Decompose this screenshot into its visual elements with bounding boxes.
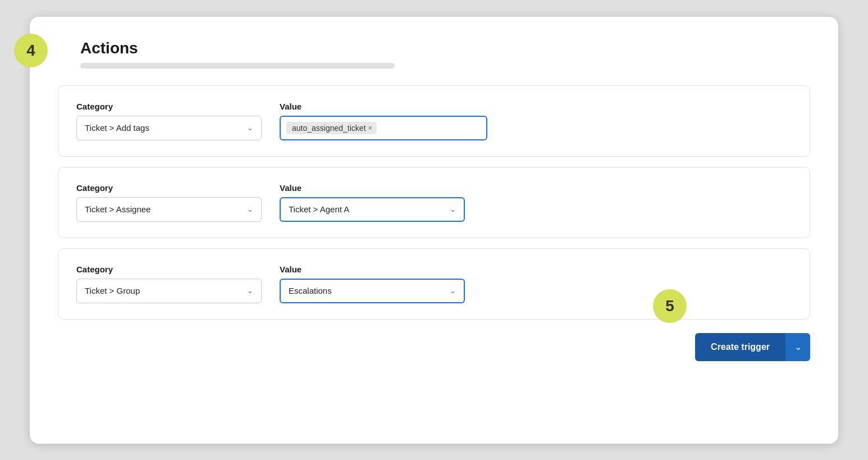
value-label-1: Value [280, 102, 487, 111]
category-label-3: Category [76, 265, 262, 274]
step-badge-5: 5 [653, 289, 687, 323]
category-dropdown-2[interactable]: Ticket > Assignee ⌄ [76, 197, 262, 222]
category-group-3: Category Ticket > Group ⌄ [76, 265, 262, 303]
bottom-row: 5 Create trigger ⌄ [58, 333, 810, 361]
tag-text: auto_assigned_ticket [292, 124, 366, 133]
value-label-2: Value [280, 183, 465, 193]
field-row-1: Category Ticket > Add tags ⌄ Value auto_… [76, 102, 792, 140]
value-dropdown-3-text: Escalations [289, 286, 445, 295]
value-group-1: Value auto_assigned_ticket × [280, 102, 487, 140]
action-section-2: Category Ticket > Assignee ⌄ Value Ticke… [58, 167, 810, 238]
category-dropdown-1-chevron: ⌄ [247, 124, 253, 132]
category-label-2: Category [76, 183, 262, 193]
value-dropdown-2[interactable]: Ticket > Agent A ⌄ [280, 197, 465, 222]
category-dropdown-3[interactable]: Ticket > Group ⌄ [76, 279, 262, 303]
dropdown-arrow-icon: ⌄ [794, 341, 802, 352]
tag-auto-assigned: auto_assigned_ticket × [286, 122, 377, 134]
main-card: 4 Actions Category Ticket > Add tags ⌄ V… [30, 17, 838, 444]
progress-bar-wrap [80, 63, 810, 69]
value-dropdown-3-chevron: ⌄ [450, 286, 456, 295]
category-dropdown-1-text: Ticket > Add tags [85, 123, 243, 133]
field-row-2: Category Ticket > Assignee ⌄ Value Ticke… [76, 183, 792, 222]
category-dropdown-1[interactable]: Ticket > Add tags ⌄ [76, 116, 262, 140]
tag-input-1[interactable]: auto_assigned_ticket × [280, 116, 487, 140]
create-trigger-button[interactable]: Create trigger [695, 333, 785, 361]
category-dropdown-3-text: Ticket > Group [85, 286, 243, 295]
value-group-3: Value Escalations ⌄ [280, 265, 465, 303]
action-section-1: Category Ticket > Add tags ⌄ Value auto_… [58, 85, 810, 157]
progress-bar [80, 63, 395, 69]
create-trigger-group: Create trigger ⌄ [695, 333, 810, 361]
value-label-3: Value [280, 265, 465, 274]
category-dropdown-2-chevron: ⌄ [247, 205, 253, 213]
step-badge-4: 4 [14, 34, 48, 67]
value-dropdown-3[interactable]: Escalations ⌄ [280, 279, 465, 303]
action-section-3: Category Ticket > Group ⌄ Value Escalati… [58, 248, 810, 320]
category-dropdown-3-chevron: ⌄ [247, 286, 253, 295]
value-group-2: Value Ticket > Agent A ⌄ [280, 183, 465, 222]
category-label-1: Category [76, 102, 262, 111]
category-dropdown-2-text: Ticket > Assignee [85, 204, 243, 214]
category-group-1: Category Ticket > Add tags ⌄ [76, 102, 262, 140]
value-dropdown-2-text: Ticket > Agent A [289, 204, 445, 214]
tag-close-icon[interactable]: × [368, 124, 373, 132]
page-title: Actions [80, 39, 810, 57]
create-trigger-dropdown-button[interactable]: ⌄ [785, 333, 810, 361]
value-dropdown-2-chevron: ⌄ [450, 205, 456, 213]
category-group-2: Category Ticket > Assignee ⌄ [76, 183, 262, 222]
